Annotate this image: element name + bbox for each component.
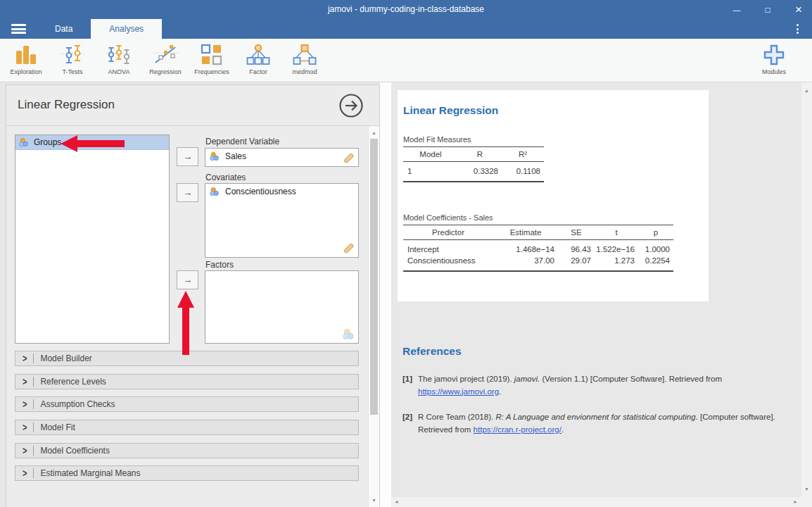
linear-regression-options-panel: Linear Regression Groups → → → Dependen: [6, 84, 380, 507]
section-estimated-marginal-means[interactable]: > Estimated Marginal Means: [15, 465, 359, 481]
ribbon-item-t-tests[interactable]: T-Tests: [53, 43, 91, 75]
collapse-results-arrow-button[interactable]: [338, 93, 364, 118]
ribbon-label: Frequencies: [194, 68, 229, 75]
hamburger-menu-button[interactable]: [0, 19, 37, 39]
reference-item: [2] R Core Team (2018). R: A Language an…: [402, 411, 789, 436]
analyses-ribbon: Exploration T-Tests: [0, 39, 812, 82]
fit-table-caption: Model Fit Measures: [403, 135, 709, 144]
nominal-variable-icon: [19, 138, 29, 147]
chevron-right-icon: >: [23, 399, 27, 410]
nominal-variable-icon: [210, 152, 220, 161]
ribbon-item-exploration[interactable]: Exploration: [7, 43, 45, 75]
ribbon-label: Regression: [149, 68, 182, 75]
window-title: jamovi - dummy-coding-in-class-database: [0, 4, 812, 14]
cell-p: 0.2254: [638, 255, 673, 271]
arrow-right-icon: →: [183, 275, 192, 285]
reference-italic: jamovi.: [514, 375, 540, 383]
kebab-menu-button[interactable]: [789, 19, 805, 39]
anova-icon: [106, 43, 132, 66]
ribbon-item-anova[interactable]: ANOVA: [100, 43, 138, 75]
ribbon-item-regression[interactable]: Regression: [146, 43, 184, 75]
app-header: jamovi - dummy-coding-in-class-database …: [0, 0, 812, 39]
panel-splitter[interactable]: [380, 82, 391, 507]
available-variables-list[interactable]: Groups: [15, 134, 170, 344]
covariates-box[interactable]: Conscientiousness: [205, 183, 359, 258]
tab-data[interactable]: Data: [37, 19, 91, 39]
factor-icon: [246, 43, 271, 66]
variable-item-groups[interactable]: Groups: [15, 135, 169, 150]
linear-regression-results[interactable]: Linear Regression Model Fit Measures Mod…: [398, 90, 709, 301]
ribbon-item-frequencies[interactable]: Frequencies: [193, 43, 231, 75]
options-scrollbar[interactable]: ▲ ▼: [368, 126, 379, 507]
section-model-coefficients[interactable]: > Model Coefficients: [15, 443, 359, 458]
tab-bar: Data Analyses: [0, 19, 812, 39]
section-label: Reference Levels: [40, 377, 106, 387]
cell-t: 1.522e−16: [595, 240, 638, 256]
minimize-button[interactable]: —: [729, 6, 744, 14]
column-header: SE: [558, 225, 595, 240]
variable-item-sales[interactable]: Sales: [205, 149, 358, 164]
jamovi-link[interactable]: https://www.jamovi.org: [418, 387, 499, 396]
cell-se: 29.07: [558, 255, 595, 271]
section-model-builder[interactable]: > Model Builder: [15, 351, 359, 366]
ribbon-item-factor[interactable]: Factor: [239, 43, 277, 75]
medmod-icon: [292, 43, 317, 66]
arrow-right-icon: →: [183, 187, 192, 198]
section-assumption-checks[interactable]: > Assumption Checks: [15, 396, 359, 412]
scroll-right-icon[interactable]: ►: [793, 499, 798, 504]
maximize-button[interactable]: □: [760, 5, 775, 15]
title-bar: jamovi - dummy-coding-in-class-database …: [0, 0, 812, 19]
variable-item-conscientiousness[interactable]: Conscientiousness: [205, 184, 358, 199]
model-coefficients-table: Predictor Estimate SE t p Intercept 1.46…: [403, 225, 673, 272]
cell-predictor: Intercept: [403, 240, 493, 256]
ribbon-item-medmod[interactable]: medmod: [286, 43, 324, 75]
reference-pre: R Core Team (2018).: [418, 413, 495, 421]
chevron-right-icon: >: [23, 423, 27, 433]
column-header: p: [638, 225, 673, 240]
cell-r2: 0.1108: [502, 162, 544, 182]
options-panel-header: Linear Regression: [6, 85, 379, 126]
scroll-down-icon[interactable]: ▼: [372, 498, 376, 503]
results-horizontal-scrollbar[interactable]: ◄ ►: [391, 497, 812, 507]
reference-number: [1]: [402, 373, 418, 398]
model-fit-measures-table: Model R R² 1 0.3328 0.1108: [403, 146, 544, 182]
section-model-fit[interactable]: > Model Fit: [15, 420, 359, 435]
scroll-left-icon[interactable]: ◄: [394, 499, 399, 504]
reference-mid: [Computer software].: [698, 413, 775, 421]
move-to-factors-button[interactable]: →: [177, 270, 198, 289]
column-header: R²: [502, 147, 544, 162]
move-to-dependent-button[interactable]: →: [177, 147, 198, 166]
coef-table-caption: Model Coefficients - Sales: [403, 213, 709, 222]
move-to-covariates-button[interactable]: →: [177, 183, 198, 202]
table-row: Conscientiousness 37.00 29.07 1.273 0.22…: [403, 255, 673, 271]
dependent-variable-box[interactable]: Sales: [205, 148, 359, 167]
options-scrollbar-thumb[interactable]: [370, 139, 378, 415]
section-reference-levels[interactable]: > Reference Levels: [15, 374, 359, 389]
chevron-right-icon: >: [23, 468, 27, 479]
scroll-down-icon[interactable]: ▼: [804, 487, 809, 492]
options-panel-title: Linear Regression: [18, 98, 115, 112]
column-header: R: [458, 147, 502, 162]
close-button[interactable]: ×: [791, 3, 806, 17]
column-header: t: [595, 225, 638, 240]
scroll-up-icon[interactable]: ▲: [804, 88, 809, 93]
scroll-up-icon[interactable]: ▲: [372, 130, 376, 135]
factors-box[interactable]: [205, 270, 359, 344]
nominal-variable-icon: [343, 329, 355, 340]
results-vertical-scrollbar[interactable]: ▲ ▼: [801, 82, 812, 507]
column-header: Model: [403, 147, 458, 162]
nominal-variable-icon: [210, 187, 220, 196]
reference-text: The jamovi project (2019). jamovi. (Vers…: [418, 373, 775, 398]
cell-se: 96.43: [558, 240, 595, 256]
cran-link[interactable]: https://cran.r-project.org/: [474, 425, 562, 434]
results-panel: Linear Regression Model Fit Measures Mod…: [391, 82, 801, 507]
modules-plus-icon: [762, 43, 786, 66]
tab-analyses[interactable]: Analyses: [91, 19, 162, 39]
reference-post: .: [499, 387, 501, 396]
section-label: Model Fit: [40, 423, 75, 432]
ribbon-label: medmod: [292, 68, 317, 75]
ribbon-item-modules[interactable]: Modules: [753, 43, 795, 75]
ribbon-label: ANOVA: [108, 68, 130, 75]
cell-model: 1: [403, 162, 458, 182]
frequencies-icon: [201, 43, 223, 66]
